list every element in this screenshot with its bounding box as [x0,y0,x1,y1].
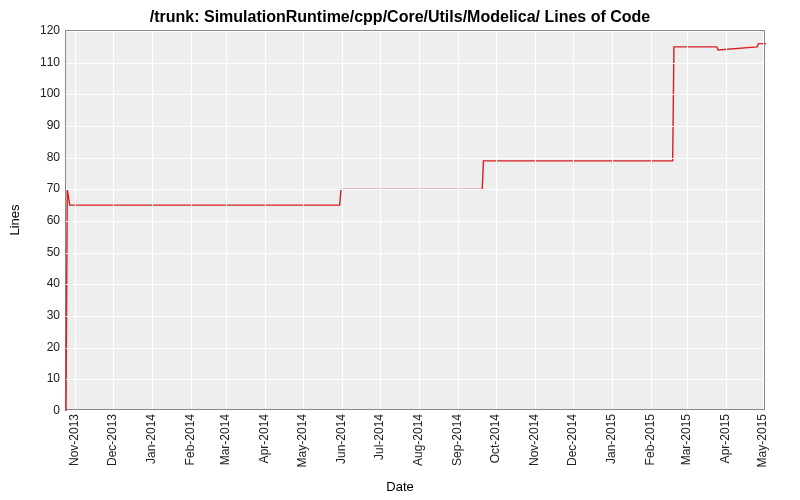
x-tick-label: Nov-2014 [527,414,541,466]
y-tick-label: 80 [10,150,60,164]
x-tick-label: Jun-2014 [334,414,348,464]
x-tick-label: Nov-2013 [67,414,81,466]
y-tick-label: 110 [10,55,60,69]
x-tick-label: Feb-2015 [643,414,657,465]
x-tick-label: May-2014 [295,414,309,467]
gridline-v [226,31,227,409]
gridline-v [265,31,266,409]
gridline-h [66,63,764,64]
gridline-v [380,31,381,409]
plot-area [65,30,765,410]
gridline-h [66,189,764,190]
gridline-h [66,31,764,32]
y-tick-label: 10 [10,371,60,385]
gridline-v [612,31,613,409]
gridline-v [113,31,114,409]
gridline-h [66,411,764,412]
x-tick-label: May-2015 [755,414,769,467]
y-tick-label: 50 [10,245,60,259]
y-tick-label: 100 [10,86,60,100]
x-axis-label: Date [0,479,800,494]
y-tick-label: 120 [10,23,60,37]
x-tick-label: Feb-2014 [183,414,197,465]
x-tick-label: Oct-2014 [488,414,502,463]
y-tick-label: 0 [10,403,60,417]
gridline-v [458,31,459,409]
x-tick-label: Jan-2014 [144,414,158,464]
x-tick-label: Aug-2014 [411,414,425,466]
chart-container: /trunk: SimulationRuntime/cpp/Core/Utils… [0,0,800,500]
gridline-h [66,94,764,95]
gridline-v [763,31,764,409]
gridline-h [66,379,764,380]
gridline-v [152,31,153,409]
gridline-v [573,31,574,409]
x-tick-label: Sep-2014 [450,414,464,466]
y-tick-label: 40 [10,276,60,290]
x-tick-label: Apr-2015 [718,414,732,463]
gridline-v [75,31,76,409]
gridline-v [342,31,343,409]
y-tick-label: 20 [10,340,60,354]
gridline-v [303,31,304,409]
gridline-h [66,284,764,285]
y-tick-label: 60 [10,213,60,227]
x-tick-label: Apr-2014 [257,414,271,463]
gridline-h [66,126,764,127]
series-line [66,44,766,411]
gridline-v [726,31,727,409]
gridline-v [419,31,420,409]
gridline-v [535,31,536,409]
gridline-h [66,253,764,254]
x-tick-label: Dec-2013 [105,414,119,466]
gridline-h [66,316,764,317]
x-tick-label: Mar-2015 [679,414,693,465]
gridline-h [66,158,764,159]
gridline-h [66,348,764,349]
gridline-v [191,31,192,409]
gridline-h [66,221,764,222]
y-tick-label: 70 [10,181,60,195]
x-tick-label: Jul-2014 [372,414,386,460]
chart-title: /trunk: SimulationRuntime/cpp/Core/Utils… [0,8,800,26]
x-tick-label: Mar-2014 [218,414,232,465]
x-tick-label: Dec-2014 [565,414,579,466]
y-tick-label: 30 [10,308,60,322]
x-tick-label: Jan-2015 [604,414,618,464]
gridline-v [496,31,497,409]
y-tick-label: 90 [10,118,60,132]
gridline-v [687,31,688,409]
gridline-v [651,31,652,409]
